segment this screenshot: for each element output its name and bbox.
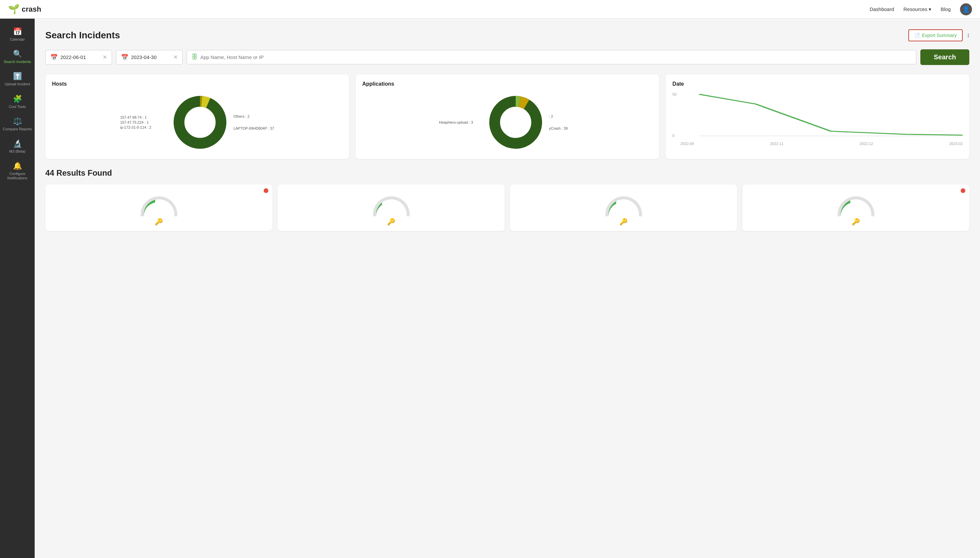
- applications-chart-card: Applications HeapHero-upload : 3 : 2 yCr…: [356, 74, 659, 159]
- logo[interactable]: 🌱 crash: [8, 5, 41, 14]
- x-label-0: 2022-09: [680, 142, 694, 146]
- app-label-0: HeapHero-upload : 3: [439, 120, 482, 124]
- results-grid: 🔑 🔑 🔑 🔑: [45, 184, 969, 231]
- date-chart-card: Date 50 0 2022-09 2022-11 2022-12 2023-0…: [666, 74, 969, 159]
- app-search-input-wrap[interactable]: 🗄: [187, 50, 916, 64]
- calendar-icon: 📅: [13, 27, 22, 36]
- results-count: 44 Results Found: [45, 168, 969, 178]
- date-from-input[interactable]: 📅 2022-06-01 ✕: [45, 50, 112, 65]
- gauge-fill: [605, 199, 642, 216]
- charts-row: Hosts 157.47.98.74 : 1 157.47.75.224 : 1…: [45, 74, 969, 159]
- key-icon-0: 🔑: [155, 218, 163, 226]
- x-label-3: 2023-02: [949, 142, 963, 146]
- compare-icon: ⚖️: [13, 117, 22, 126]
- result-card-0[interactable]: 🔑: [45, 184, 272, 231]
- date-from-value: 2022-06-01: [60, 54, 100, 60]
- applications-chart-title: Applications: [362, 81, 653, 87]
- database-icon: 🗄: [192, 54, 198, 61]
- sidebar: 📅 Calendar 🔍 Search Incidents ⬆️ Upload …: [0, 19, 34, 558]
- user-avatar[interactable]: 👤: [960, 3, 972, 15]
- date-chart-title: Date: [672, 81, 963, 87]
- date-chart-svg: [672, 92, 963, 139]
- results-section: 44 Results Found 🔑 🔑 🔑: [45, 168, 969, 231]
- info-icon[interactable]: ℹ: [967, 32, 969, 39]
- upload-icon: ⬆️: [13, 72, 22, 80]
- logo-text: crash: [22, 5, 41, 14]
- app-search-input[interactable]: [200, 54, 911, 60]
- y-label-max: 50: [672, 92, 676, 96]
- search-bar: 📅 2022-06-01 ✕ 📅 2023-04-30 ✕ 🗄 Search: [45, 49, 969, 65]
- sidebar-item-label: Search Incidents: [4, 60, 31, 64]
- hosts-label-3: Others : 2: [233, 114, 274, 118]
- svg-point-0: [179, 101, 221, 143]
- topnav: 🌱 crash Dashboard Resources ▾ Blog 👤: [0, 0, 980, 19]
- key-icon-3: 🔑: [852, 218, 860, 226]
- search-incidents-icon: 🔍: [13, 50, 22, 58]
- page-header: Search Incidents 📄 Export Summary ℹ: [45, 30, 969, 41]
- hosts-label-1: 157.47.75.224 : 1: [120, 120, 167, 124]
- page-title: Search Incidents: [45, 30, 120, 41]
- gauge-fill: [837, 199, 874, 216]
- calendar-from-icon: 📅: [50, 54, 58, 61]
- status-dot-red: [961, 188, 965, 193]
- hosts-chart-title: Hosts: [52, 81, 343, 87]
- result-card-2[interactable]: 🔑: [510, 184, 737, 231]
- sidebar-item-label: M3 (Beta): [9, 149, 25, 154]
- hosts-chart-card: Hosts 157.47.98.74 : 1 157.47.75.224 : 1…: [45, 74, 349, 159]
- sidebar-item-calendar[interactable]: 📅 Calendar: [0, 24, 34, 45]
- sidebar-item-label: Calendar: [10, 37, 25, 42]
- gauge-fill: [373, 199, 410, 216]
- chevron-down-icon: ▾: [929, 7, 931, 12]
- export-icon: 📄: [914, 33, 920, 38]
- search-button[interactable]: Search: [920, 49, 969, 65]
- sidebar-item-compare-reports[interactable]: ⚖️ Compare Reports: [0, 114, 34, 135]
- sidebar-item-upload-incident[interactable]: ⬆️ Upload Incident: [0, 69, 34, 90]
- sidebar-item-label: Configure Notifications: [3, 172, 32, 181]
- date-line-chart: 50 0 2022-09 2022-11 2022-12 2023-02: [672, 92, 963, 146]
- cool-tools-icon: 🧩: [13, 95, 22, 103]
- sidebar-item-configure-notifications[interactable]: 🔔 Configure Notifications: [0, 158, 34, 184]
- gauge-fill: [141, 199, 177, 216]
- x-label-2: 2022-12: [860, 142, 873, 146]
- hosts-label-4: LAPTOP-69HD804P : 37: [233, 126, 274, 130]
- nav-links: Dashboard Resources ▾ Blog 👤: [870, 3, 972, 15]
- main-content: Search Incidents 📄 Export Summary ℹ 📅 20…: [34, 19, 980, 558]
- hosts-label-0: 157.47.98.74 : 1: [120, 115, 167, 119]
- nav-resources[interactable]: Resources ▾: [903, 7, 931, 12]
- app-label-1: : 2: [549, 114, 576, 118]
- sidebar-item-label: Compare Reports: [3, 127, 32, 131]
- result-card-3[interactable]: 🔑: [742, 184, 969, 231]
- date-to-clear-icon[interactable]: ✕: [173, 54, 178, 60]
- bell-icon: 🔔: [13, 162, 22, 170]
- date-to-input[interactable]: 📅 2023-04-30 ✕: [116, 50, 183, 65]
- sidebar-item-label: Cool Tools: [9, 105, 26, 109]
- calendar-to-icon: 📅: [121, 54, 128, 61]
- x-label-1: 2022-11: [770, 142, 783, 146]
- export-summary-button[interactable]: 📄 Export Summary: [908, 30, 963, 41]
- app-label-2: yCrash : 39: [549, 126, 576, 130]
- sidebar-item-cool-tools[interactable]: 🧩 Cool Tools: [0, 91, 34, 112]
- nav-dashboard[interactable]: Dashboard: [870, 7, 894, 12]
- hosts-donut-chart: [170, 92, 230, 152]
- date-to-value: 2023-04-30: [131, 54, 170, 60]
- applications-donut-chart: [486, 92, 546, 152]
- hosts-label-2: ip-172-31-0-114 : 2: [120, 125, 167, 129]
- m3-icon: 🔬: [13, 140, 22, 148]
- date-from-clear-icon[interactable]: ✕: [103, 54, 107, 60]
- key-icon-1: 🔑: [387, 218, 395, 226]
- sidebar-item-m3-beta[interactable]: 🔬 M3 (Beta): [0, 136, 34, 157]
- status-dot-red: [264, 188, 268, 193]
- svg-point-5: [495, 101, 537, 143]
- sidebar-item-label: Upload Incident: [5, 82, 30, 86]
- logo-icon: 🌱: [8, 5, 20, 14]
- nav-blog[interactable]: Blog: [941, 7, 951, 12]
- sidebar-item-search-incidents[interactable]: 🔍 Search Incidents: [0, 46, 34, 67]
- key-icon-2: 🔑: [619, 218, 628, 226]
- y-label-min: 0: [672, 134, 676, 138]
- result-card-1[interactable]: 🔑: [278, 184, 505, 231]
